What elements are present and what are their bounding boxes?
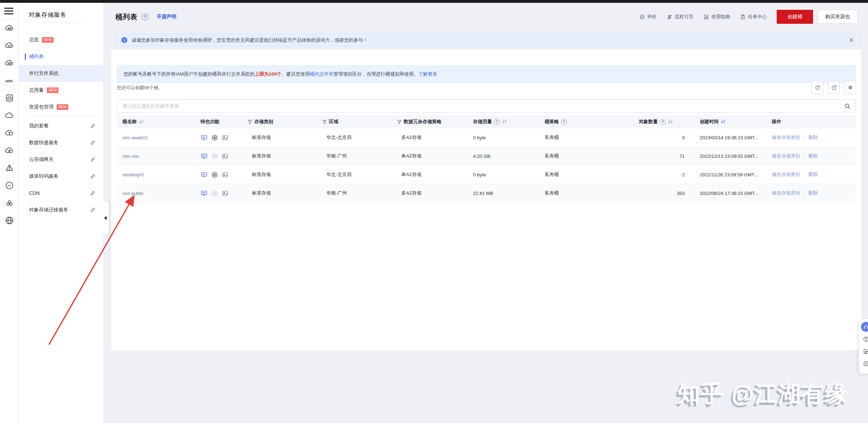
container-cloud-icon[interactable]: [5, 93, 14, 103]
modify-storage-class-link[interactable]: 修改存储类别: [772, 190, 800, 196]
hex-cluster-icon[interactable]: [5, 198, 14, 208]
image-icon[interactable]: [221, 153, 229, 160]
sidebar-item-0[interactable]: 总览NEW: [19, 31, 103, 48]
quick-link-label: 任务中心: [748, 14, 767, 20]
open-source-link[interactable]: 开源声明: [157, 14, 176, 20]
refresh-button[interactable]: [811, 81, 823, 94]
sidebar-item-label: 媒体转码服务: [29, 173, 58, 179]
create-bucket-button[interactable]: 创建桶: [777, 10, 813, 24]
sidebar-item-5[interactable]: 我的套餐: [19, 118, 103, 134]
export-button[interactable]: [828, 81, 840, 94]
sidebar-item-7[interactable]: 云存储网关: [19, 151, 103, 168]
column-header-label: 对象数量: [639, 119, 658, 125]
link-icon: [89, 139, 96, 146]
survey-banner-text: 诚邀您参加对象存储服务使用体验调研，您宝贵的意见和建议是我们持续提升产品体验的源…: [132, 37, 368, 43]
snowflake-icon[interactable]: [211, 190, 218, 197]
task-center-icon: [740, 14, 746, 20]
cell-policy: 私有桶: [539, 190, 633, 196]
cloud-play-icon[interactable]: [5, 146, 14, 155]
modify-storage-class-link[interactable]: 修改存储类别: [772, 153, 800, 159]
cloud-upload-icon[interactable]: [5, 128, 14, 138]
link-icon: [89, 190, 96, 197]
sort-icon[interactable]: [502, 119, 507, 124]
sort-icon[interactable]: [668, 119, 673, 124]
globe-icon[interactable]: [5, 216, 14, 225]
sidebar-item-2[interactable]: 并行文件系统: [19, 65, 103, 82]
sort-icon[interactable]: [721, 119, 726, 124]
bucket-name-link[interactable]: obsblog01: [122, 172, 144, 177]
snowflake-icon[interactable]: [211, 171, 218, 178]
sidebar-item-label: 我的套餐: [29, 123, 49, 129]
sidebar-item-1[interactable]: 桶列表: [19, 48, 103, 65]
page-title-help-icon[interactable]: ?: [142, 14, 148, 20]
question-icon[interactable]: [861, 334, 868, 344]
close-icon[interactable]: ✕: [848, 36, 854, 44]
sidebar-collapse-handle[interactable]: [102, 201, 109, 235]
ip-icon[interactable]: IP: [5, 181, 14, 190]
cloud-icon[interactable]: [5, 111, 14, 120]
link-icon: [89, 206, 96, 213]
headset-icon[interactable]: [861, 322, 868, 332]
sort-icon[interactable]: [139, 119, 144, 124]
cloud-server-icon[interactable]: [5, 23, 14, 33]
quick-link-1[interactable]: 流程引导: [666, 14, 693, 20]
modify-storage-class-link[interactable]: 修改存储类别: [772, 171, 800, 178]
image-icon[interactable]: [221, 134, 229, 141]
snowflake-icon[interactable]: [211, 134, 218, 141]
bucket-folder-link[interactable]: 桶内文件夹: [310, 71, 334, 77]
action-divider: |: [804, 191, 805, 196]
waves-icon[interactable]: [5, 76, 14, 85]
smiley-icon: [639, 14, 645, 20]
monitor-icon[interactable]: [200, 190, 208, 197]
delete-link[interactable]: 删除: [809, 134, 818, 141]
quick-link-3[interactable]: 任务中心: [740, 14, 767, 20]
feedback-form-icon[interactable]: [861, 346, 868, 356]
quick-link-2[interactable]: 使用指南: [703, 14, 730, 20]
column-header-1: 特色功能: [195, 119, 242, 125]
monitor-icon[interactable]: [200, 171, 208, 178]
sidebar-item-6[interactable]: 数据快递服务: [19, 134, 103, 151]
sidebar-item-9[interactable]: CDN: [19, 185, 103, 202]
column-header-6: 桶策略?: [539, 119, 633, 125]
delete-link[interactable]: 删除: [809, 153, 818, 159]
bucket-name-link[interactable]: oss-public: [122, 191, 144, 196]
delete-link[interactable]: 删除: [809, 171, 818, 178]
cell-usage: 22.61 MB: [467, 191, 539, 196]
snowflake-icon[interactable]: [211, 153, 218, 160]
delete-link[interactable]: 删除: [809, 190, 818, 196]
monitor-icon[interactable]: [200, 134, 208, 141]
search-icon[interactable]: [844, 103, 851, 110]
cell-redundancy: 单AZ存储: [391, 153, 467, 159]
settings-button[interactable]: [844, 81, 856, 94]
sidebar-item-label: 并行文件系统: [29, 70, 58, 77]
smiley-icon[interactable]: [861, 359, 868, 368]
cloud-ellipsis-icon[interactable]: [5, 41, 14, 50]
buy-package-button[interactable]: 购买资源包: [818, 10, 858, 24]
sidebar-item-label: 数据快递服务: [29, 140, 58, 146]
svg-text:IP: IP: [8, 184, 11, 188]
cell-usage: 0 byte: [467, 172, 539, 177]
image-icon[interactable]: [221, 190, 229, 197]
modify-storage-class-link[interactable]: 修改存储类别: [772, 134, 800, 141]
bucket-name-link[interactable]: obs-nas: [122, 154, 139, 159]
sidebar-item-8[interactable]: 媒体转码服务: [19, 168, 103, 185]
sidebar-item-4[interactable]: 资源包管理NEW: [19, 99, 103, 115]
help-icon[interactable]: ?: [494, 119, 500, 125]
monitor-icon[interactable]: [200, 153, 208, 160]
image-icon[interactable]: [221, 171, 229, 178]
sidebar-item-10[interactable]: 对象存储迁移服务: [19, 202, 103, 218]
sidebar-item-3[interactable]: 总用量NEW: [19, 82, 103, 99]
help-icon[interactable]: ?: [660, 119, 666, 125]
prism-icon[interactable]: [5, 163, 14, 173]
hamburger-menu-icon[interactable]: [4, 8, 13, 15]
search-input[interactable]: [117, 100, 855, 112]
cell-region: 华南-广州: [317, 190, 391, 196]
learn-more-link[interactable]: 了解更多: [418, 71, 437, 77]
bucket-name-link[interactable]: obs-awak01: [122, 135, 148, 140]
cloud-disk-icon[interactable]: [5, 58, 14, 68]
column-header-5: 存储用量?: [467, 119, 539, 125]
quick-link-0[interactable]: 评价: [639, 14, 657, 20]
sidebar-item-label: 对象存储迁移服务: [29, 207, 68, 213]
help-icon[interactable]: ?: [561, 119, 567, 125]
quota-notice: 您的帐号及帐号下的所有IAM用户可创建的桶和并行文件系统的上限为100个。建议您…: [117, 65, 856, 83]
